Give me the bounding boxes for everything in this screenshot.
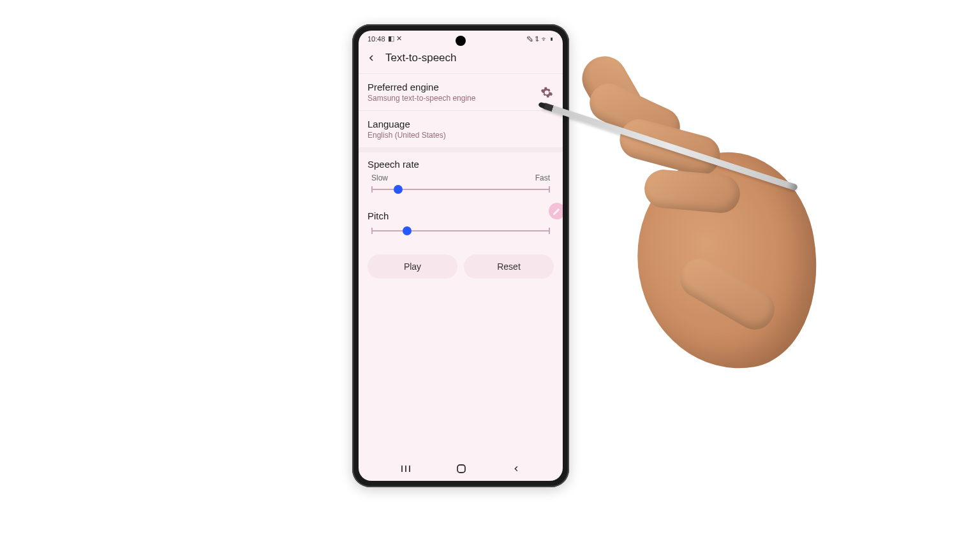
play-button[interactable]: Play: [368, 254, 457, 279]
hand-illustration: [549, 57, 855, 440]
engine-title: Preferred engine: [368, 82, 540, 92]
navigation-bar: [359, 459, 563, 481]
speech-rate-thumb[interactable]: [394, 185, 403, 194]
page-header: Text-to-speech: [359, 45, 563, 73]
row-preferred-engine[interactable]: Preferred engine Samsung text-to-speech …: [359, 74, 563, 110]
speech-rate-slow-label: Slow: [371, 173, 388, 182]
speech-rate-slider[interactable]: [371, 184, 550, 195]
phone-screen: 10:48 ◧ ✕ ✎ ⇅ ᯤ ▮ Text-to-speech Preferr…: [359, 31, 563, 481]
pitch-thumb[interactable]: [403, 226, 412, 235]
stylus: [541, 102, 798, 191]
speech-rate-title: Speech rate: [368, 159, 554, 170]
engine-sub: Samsung text-to-speech engine: [368, 94, 540, 103]
status-left-icons: ◧ ✕: [388, 34, 402, 43]
gear-icon: [540, 86, 553, 99]
front-camera: [456, 36, 466, 46]
pitch-title: Pitch: [368, 210, 554, 221]
svg-rect-3: [457, 465, 465, 473]
edit-fab[interactable]: [549, 203, 563, 219]
status-time: 10:48: [368, 35, 385, 43]
pitch-section: Pitch: [359, 200, 563, 242]
pencil-icon: [553, 207, 561, 216]
language-title: Language: [368, 119, 554, 129]
speech-rate-section: Speech rate Slow Fast: [359, 152, 563, 200]
recents-icon[interactable]: [401, 464, 411, 476]
language-sub: English (United States): [368, 131, 554, 140]
row-language[interactable]: Language English (United States): [359, 111, 563, 147]
page-title: Text-to-speech: [385, 52, 457, 64]
nav-back-icon[interactable]: [512, 464, 521, 476]
back-icon[interactable]: [366, 53, 376, 63]
section-divider: [359, 147, 563, 152]
speech-rate-fast-label: Fast: [535, 173, 550, 182]
action-buttons: Play Reset: [359, 242, 563, 291]
engine-settings-button[interactable]: [540, 85, 554, 99]
pitch-slider[interactable]: [371, 225, 550, 237]
status-right-icons: ✎ ⇅ ᯤ ▮: [526, 35, 554, 43]
reset-button[interactable]: Reset: [464, 254, 554, 279]
phone-frame: 10:48 ◧ ✕ ✎ ⇅ ᯤ ▮ Text-to-speech Preferr…: [352, 24, 569, 487]
home-icon[interactable]: [456, 464, 466, 476]
